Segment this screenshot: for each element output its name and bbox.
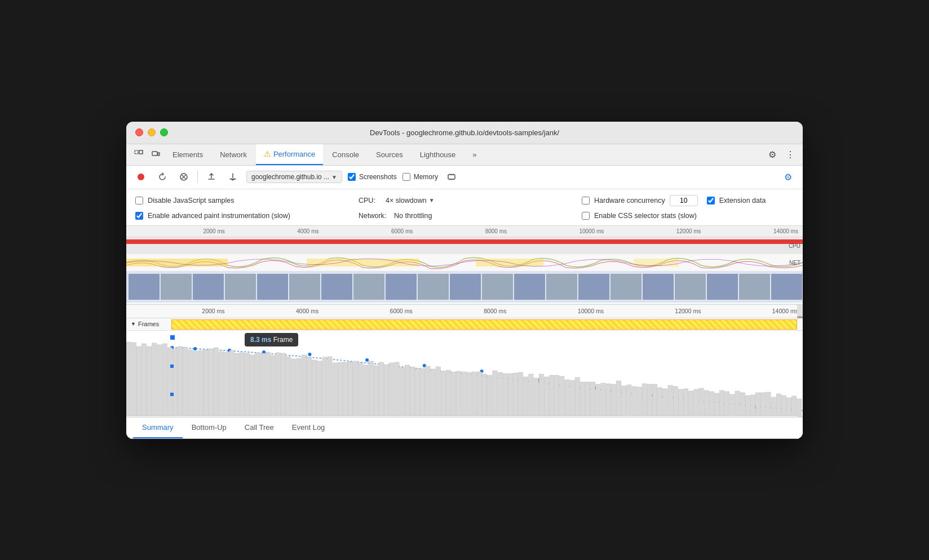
- ext-data-label[interactable]: Extension data: [719, 197, 766, 205]
- minimize-button[interactable]: [148, 128, 156, 136]
- svg-rect-44: [178, 346, 183, 416]
- svg-rect-158: [766, 392, 771, 416]
- svg-rect-23: [450, 274, 481, 300]
- svg-rect-57: [245, 353, 250, 416]
- svg-rect-153: [740, 393, 745, 416]
- svg-rect-50: [209, 349, 213, 416]
- settings-button[interactable]: ⚙: [764, 146, 780, 162]
- svg-rect-45: [183, 347, 188, 416]
- performance-toolbar: googlechrome.github.io ... ▼ Screenshots…: [126, 166, 803, 189]
- url-selector[interactable]: googlechrome.github.io ... ▼: [246, 171, 342, 183]
- tab-performance[interactable]: ⚠ Performance: [256, 144, 323, 165]
- css-selector-row: Enable CSS selector stats (slow): [582, 212, 794, 220]
- inspector-icon[interactable]: [131, 146, 147, 162]
- svg-rect-43: [172, 349, 177, 416]
- screenshots-dots: [127, 273, 803, 300]
- timeline-overview[interactable]: 2000 ms 4000 ms 6000 ms 8000 ms 10000 ms…: [126, 226, 803, 305]
- net-waveform: [126, 254, 803, 271]
- marker-4000: 4000 ms: [297, 228, 318, 234]
- main-timeline[interactable]: 2000 ms 4000 ms 6000 ms 8000 ms 10000 ms…: [126, 305, 803, 417]
- clear-button[interactable]: [176, 169, 192, 185]
- svg-rect-117: [555, 375, 559, 416]
- adv-paint-label[interactable]: Enable advanced paint instrumentation (s…: [148, 212, 290, 220]
- tab-call-tree[interactable]: Call Tree: [236, 417, 283, 438]
- hw-concurrency-checkbox[interactable]: [582, 197, 590, 205]
- devtools-window: DevTools - googlechrome.github.io/devtoo…: [126, 122, 803, 439]
- svg-rect-142: [683, 389, 688, 416]
- svg-rect-161: [781, 395, 786, 416]
- record-button[interactable]: [133, 169, 149, 185]
- tab-network[interactable]: Network: [212, 144, 255, 165]
- svg-rect-114: [539, 374, 543, 416]
- cpu-track: CPU: [126, 237, 803, 254]
- traffic-lights: [135, 128, 168, 136]
- main-timeline-ruler: 2000 ms 4000 ms 6000 ms 8000 ms 10000 ms…: [126, 305, 803, 318]
- svg-rect-110: [519, 372, 523, 416]
- more-button[interactable]: ⋮: [782, 146, 798, 162]
- svg-rect-87: [400, 367, 404, 416]
- svg-rect-2: [152, 152, 157, 155]
- reload-record-button[interactable]: [154, 169, 170, 185]
- window-title: DevTools - googlechrome.github.io/devtoo…: [370, 128, 559, 137]
- svg-rect-25: [514, 274, 545, 300]
- svg-rect-81: [369, 361, 373, 416]
- main-marker-4000: 4000 ms: [296, 308, 318, 314]
- hw-concurrency-label[interactable]: Hardware concurrency: [594, 197, 665, 205]
- upload-button[interactable]: [204, 169, 219, 185]
- svg-rect-159: [771, 397, 776, 416]
- ext-data-checkbox[interactable]: [707, 197, 715, 205]
- svg-rect-109: [513, 373, 517, 416]
- svg-rect-164: [797, 399, 802, 416]
- titlebar: DevTools - googlechrome.github.io/devtoo…: [126, 122, 803, 144]
- tab-bottom-up[interactable]: Bottom-Up: [183, 417, 236, 438]
- network-label: Network:: [359, 212, 390, 220]
- adv-paint-checkbox[interactable]: [135, 212, 143, 220]
- screenshots-checkbox[interactable]: [348, 173, 356, 181]
- svg-rect-104: [488, 375, 492, 416]
- memory-checkbox-label[interactable]: Memory: [402, 173, 438, 181]
- main-marker-14000: 14000 ms: [772, 308, 798, 314]
- main-marker-2000: 2000 ms: [202, 308, 224, 314]
- svg-rect-82: [374, 366, 378, 416]
- maximize-button[interactable]: [160, 128, 168, 136]
- svg-rect-83: [379, 362, 383, 416]
- svg-rect-59: [255, 353, 260, 416]
- svg-rect-39: [152, 343, 157, 416]
- tab-summary[interactable]: Summary: [133, 417, 183, 438]
- svg-rect-34: [126, 342, 131, 416]
- svg-rect-163: [792, 396, 797, 416]
- svg-rect-88: [405, 365, 409, 416]
- svg-rect-108: [508, 374, 512, 416]
- hw-concurrency-input[interactable]: [670, 195, 698, 206]
- screenshots-checkbox-label[interactable]: Screenshots: [348, 173, 397, 181]
- tab-event-log[interactable]: Event Log: [283, 417, 334, 438]
- disable-js-checkbox[interactable]: [135, 197, 143, 205]
- svg-rect-89: [410, 367, 414, 416]
- svg-rect-66: [291, 359, 296, 416]
- css-selector-checkbox[interactable]: [582, 212, 590, 220]
- cpu-select[interactable]: 4× slowdown ▼: [386, 197, 435, 205]
- svg-rect-0: [135, 150, 138, 154]
- tab-elements[interactable]: Elements: [165, 144, 211, 165]
- tab-sources[interactable]: Sources: [368, 144, 411, 165]
- svg-rect-55: [235, 353, 239, 416]
- blue-settings-button[interactable]: ⚙: [780, 169, 796, 185]
- download-button[interactable]: [225, 169, 241, 185]
- svg-rect-144: [694, 389, 698, 416]
- tab-console[interactable]: Console: [324, 144, 367, 165]
- frames-header-row: ▼ Frames 8.3 ms Frame: [126, 318, 803, 331]
- svg-rect-76: [343, 362, 347, 416]
- memory-icon-button[interactable]: [444, 169, 459, 185]
- svg-rect-115: [544, 377, 548, 416]
- tab-more[interactable]: »: [465, 144, 484, 165]
- disable-js-label[interactable]: Disable JavaScript samples: [148, 197, 235, 205]
- css-selector-label[interactable]: Enable CSS selector stats (slow): [594, 212, 697, 220]
- close-button[interactable]: [135, 128, 143, 136]
- memory-checkbox[interactable]: [402, 173, 410, 181]
- svg-rect-97: [452, 372, 456, 416]
- net-track-label: NET: [789, 259, 800, 265]
- device-toolbar-icon[interactable]: [148, 146, 163, 162]
- svg-rect-133: [637, 387, 642, 416]
- tab-lighthouse[interactable]: Lighthouse: [412, 144, 464, 165]
- svg-rect-19: [321, 274, 352, 300]
